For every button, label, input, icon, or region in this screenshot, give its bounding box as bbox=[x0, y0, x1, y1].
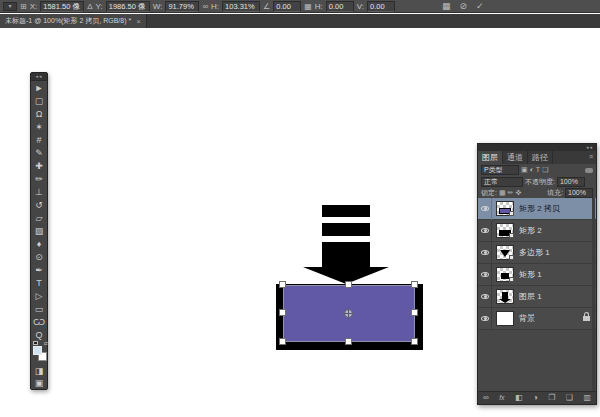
warp-mode-toggle-icon[interactable]: ▦ bbox=[442, 1, 451, 12]
lock-transparent-icon[interactable]: ▦ bbox=[499, 188, 506, 198]
healing-brush-tool[interactable]: ✚ bbox=[31, 160, 47, 172]
panel-menu-icon[interactable]: ≡ bbox=[589, 151, 596, 164]
crop-tool[interactable]: # bbox=[31, 134, 47, 146]
layer-thumbnail[interactable] bbox=[496, 289, 514, 304]
layer-row-polygon-1[interactable]: 多边形 1 bbox=[478, 242, 596, 264]
brush-tool[interactable]: ✏ bbox=[31, 173, 47, 185]
path-selection-tool[interactable]: ▷ bbox=[31, 290, 47, 302]
new-layer-icon[interactable]: ❏ bbox=[566, 392, 573, 404]
transform-handle-bottom-center[interactable] bbox=[345, 338, 352, 345]
maintain-aspect-ratio-icon[interactable]: ∞ bbox=[202, 1, 208, 12]
layer-thumbnail[interactable] bbox=[496, 245, 514, 260]
filter-shape-layers-icon[interactable]: ❏ bbox=[542, 165, 548, 175]
transform-handle-bottom-left[interactable] bbox=[279, 338, 286, 345]
filter-toggle-switch[interactable] bbox=[585, 168, 593, 173]
hand-tool[interactable]: Ѡ bbox=[31, 316, 47, 328]
blend-mode-select[interactable]: 正常 bbox=[481, 177, 523, 187]
filter-adjustment-layers-icon[interactable]: ◐ bbox=[530, 165, 534, 175]
layer-row-background[interactable]: 背景 bbox=[478, 308, 596, 330]
filter-type-layers-icon[interactable]: T bbox=[536, 165, 540, 175]
arrow-bar-1 bbox=[322, 205, 370, 217]
new-group-icon[interactable]: ❐ bbox=[548, 392, 555, 404]
visibility-toggle[interactable] bbox=[478, 242, 492, 264]
lock-label: 锁定: bbox=[481, 188, 497, 198]
foreground-color-swatch[interactable] bbox=[33, 346, 42, 355]
quick-mask-button[interactable]: ◨ bbox=[31, 365, 47, 377]
transform-handle-top-center[interactable] bbox=[345, 281, 352, 288]
opacity-select[interactable]: 100% bbox=[557, 177, 585, 187]
layer-style-icon[interactable]: fx bbox=[499, 392, 504, 404]
visibility-toggle[interactable] bbox=[478, 264, 492, 286]
tool-palette: ◂◂ ► ▢ Ω ✶ # ✎ ✚ ✏ ⊥ ↺ ▱ ▨ ♦ ⊙ ✒ T ▷ ▭ Ѡ… bbox=[30, 72, 48, 390]
layer-row-rectangle-2-copy[interactable]: 矩形 2 拷贝 bbox=[478, 198, 596, 220]
pen-tool[interactable]: ✒ bbox=[31, 264, 47, 276]
transform-handle-top-right[interactable] bbox=[411, 281, 418, 288]
visibility-toggle[interactable] bbox=[478, 308, 492, 330]
dodge-tool[interactable]: ⊙ bbox=[31, 251, 47, 263]
link-layers-icon[interactable]: ∞ bbox=[483, 392, 489, 404]
y-position-field[interactable]: 1986.50 像 bbox=[106, 1, 150, 12]
eraser-tool[interactable]: ▱ bbox=[31, 212, 47, 224]
arrow-body bbox=[322, 242, 370, 267]
tab-channels[interactable]: 通道 bbox=[503, 151, 528, 164]
h-skew-field[interactable]: 0.00 bbox=[326, 1, 354, 12]
delete-layer-icon[interactable]: ▥ bbox=[583, 392, 591, 404]
layer-thumbnail[interactable] bbox=[496, 311, 514, 326]
move-tool[interactable]: ► bbox=[31, 82, 47, 94]
cancel-transform-icon[interactable]: ⊘ bbox=[460, 1, 468, 12]
layer-row-rectangle-1[interactable]: 矩形 1 bbox=[478, 264, 596, 286]
visibility-toggle[interactable] bbox=[478, 198, 492, 220]
lasso-tool[interactable]: Ω bbox=[31, 108, 47, 120]
tab-layers[interactable]: 图层 bbox=[478, 151, 503, 164]
v-skew-field[interactable]: 0.00 bbox=[367, 1, 395, 12]
tab-paths[interactable]: 路径 bbox=[528, 151, 553, 164]
default-colors-icon[interactable] bbox=[33, 341, 38, 345]
clone-stamp-tool[interactable]: ⊥ bbox=[31, 186, 47, 198]
transform-handle-top-left[interactable] bbox=[279, 281, 286, 288]
relative-position-delta-icon[interactable]: Δ bbox=[87, 1, 92, 12]
layer-thumbnail[interactable] bbox=[496, 223, 514, 238]
swap-colors-icon[interactable]: ⇄ bbox=[44, 341, 48, 346]
panel-collapse-grip[interactable]: ◂◂ bbox=[478, 144, 596, 151]
layer-row-layer-1[interactable]: 图层 1 bbox=[478, 286, 596, 308]
height-scale-field[interactable]: 103.31% bbox=[222, 1, 260, 12]
width-scale-field[interactable]: 91.79% bbox=[165, 1, 199, 12]
marquee-tool[interactable]: ▢ bbox=[31, 95, 47, 107]
rotation-field[interactable]: 0.00 bbox=[273, 1, 301, 12]
close-icon[interactable]: × bbox=[136, 17, 141, 26]
blur-tool[interactable]: ♦ bbox=[31, 238, 47, 250]
color-swatches: ⇄ bbox=[31, 341, 49, 365]
photoshop-window: ▾ ⊞ X: 1581.50 像 Δ Y: 1986.50 像 W: 91.79… bbox=[0, 0, 600, 417]
reference-point-locator-icon[interactable]: ⊞ bbox=[20, 1, 27, 12]
layer-thumbnail[interactable] bbox=[496, 267, 514, 282]
fill-select[interactable]: 100% bbox=[565, 188, 593, 198]
add-layer-mask-icon[interactable]: ◧ bbox=[515, 392, 523, 404]
tool-preset-picker[interactable]: ▾ bbox=[3, 2, 17, 11]
vector-mask-badge bbox=[509, 211, 514, 216]
layer-row-rectangle-2[interactable]: 矩形 2 bbox=[478, 220, 596, 242]
shape-tool[interactable]: ▭ bbox=[31, 303, 47, 315]
magic-wand-tool[interactable]: ✶ bbox=[31, 121, 47, 133]
transform-handle-middle-right[interactable] bbox=[411, 309, 418, 316]
history-brush-tool[interactable]: ↺ bbox=[31, 199, 47, 211]
type-tool[interactable]: T bbox=[31, 277, 47, 289]
toolbar-collapse-grip[interactable]: ◂◂ bbox=[31, 73, 47, 81]
layer-thumbnail[interactable] bbox=[496, 201, 514, 216]
gradient-tool[interactable]: ▨ bbox=[31, 225, 47, 237]
visibility-toggle[interactable] bbox=[478, 286, 492, 308]
screen-mode-button[interactable]: ▣ bbox=[31, 377, 47, 389]
visibility-toggle[interactable] bbox=[478, 220, 492, 242]
panel-scrollbar[interactable] bbox=[592, 198, 595, 393]
commit-transform-icon[interactable]: ✓ bbox=[476, 1, 484, 12]
filter-kind-select[interactable]: P类型 bbox=[481, 165, 519, 175]
lock-pixels-icon[interactable]: ✏ bbox=[508, 188, 514, 198]
eyedropper-tool[interactable]: ✎ bbox=[31, 147, 47, 159]
lock-position-icon[interactable]: ✜ bbox=[515, 188, 521, 198]
document-tab[interactable]: 未标题-1 @ 100%(矩形 2 拷贝, RGB/8) * × bbox=[0, 14, 147, 28]
transform-handle-bottom-right[interactable] bbox=[411, 338, 418, 345]
transform-handle-middle-left[interactable] bbox=[279, 309, 286, 316]
x-position-field[interactable]: 1581.50 像 bbox=[40, 1, 84, 12]
filter-pixel-layers-icon[interactable]: ▣ bbox=[521, 165, 528, 175]
transform-reference-point[interactable] bbox=[344, 309, 353, 318]
adjustment-layer-icon[interactable]: ◑ bbox=[533, 392, 538, 404]
